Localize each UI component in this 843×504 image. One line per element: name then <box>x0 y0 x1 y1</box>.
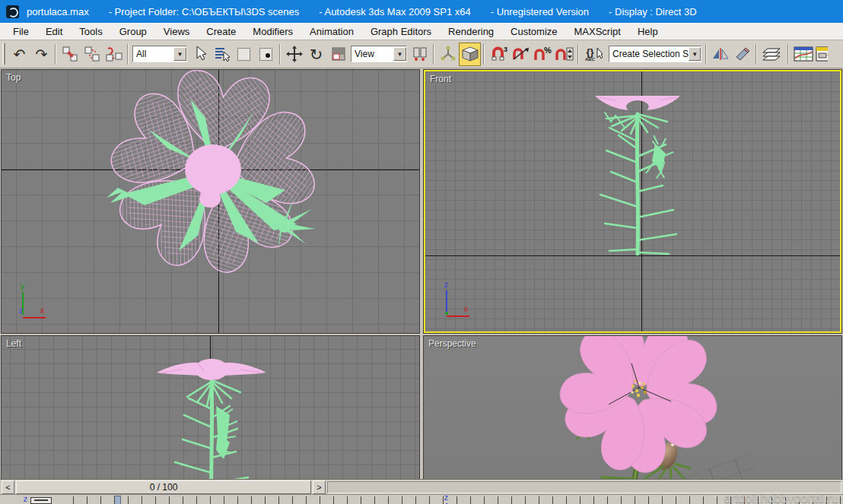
spinner-snap-toggle-button[interactable] <box>553 43 575 66</box>
select-and-link-icon <box>62 46 78 62</box>
named-selection-sets-button[interactable]: {} ABC <box>581 43 607 66</box>
viewport-front[interactable]: Front z x <box>424 70 841 333</box>
snaps-toggle-button[interactable]: 3 <box>487 43 509 66</box>
rectangular-selection-icon <box>237 48 250 61</box>
select-and-move-button[interactable] <box>283 43 305 66</box>
svg-text:x: x <box>463 304 469 314</box>
menu-file[interactable]: File <box>5 24 37 39</box>
cube-icon <box>461 46 479 62</box>
curve-editor-button[interactable] <box>791 43 816 66</box>
title-bar[interactable]: portulaca.max - Project Folder: C:\ОБЪЕК… <box>0 0 843 23</box>
use-center-icon <box>412 46 428 62</box>
svg-text:z: z <box>23 494 28 504</box>
svg-text:z: z <box>18 306 24 315</box>
rectangular-selection-region-button[interactable] <box>233 43 255 66</box>
window-crossing-icon <box>259 48 272 61</box>
previous-frame-button[interactable]: < <box>2 480 14 494</box>
coordinate-system-dropdown[interactable]: View ▼ <box>351 46 407 62</box>
watermark: artdoll.hobbyportal.ru <box>724 494 838 504</box>
title-project-folder: - Project Folder: C:\ОБЪЕКТЫ\3DS scenes <box>109 6 300 17</box>
select-and-rotate-button[interactable]: ↻ <box>305 43 327 66</box>
menu-help[interactable]: Help <box>629 24 666 39</box>
snap-magnet-icon: 3 <box>489 46 507 62</box>
menu-rendering[interactable]: Rendering <box>440 24 502 39</box>
menu-modifiers[interactable]: Modifiers <box>244 24 301 39</box>
angle-snap-toggle-button[interactable] <box>509 43 531 66</box>
svg-text:y: y <box>20 281 25 291</box>
menu-customize[interactable]: Customize <box>502 24 565 39</box>
toolbar-separator <box>433 44 434 65</box>
cursor-icon <box>596 47 603 61</box>
time-slider-groove[interactable] <box>327 481 841 493</box>
toolbar-separator <box>787 44 789 65</box>
toolbar-separator <box>577 44 579 65</box>
window-crossing-toggle-button[interactable] <box>255 43 277 66</box>
next-frame-button[interactable]: > <box>313 480 326 494</box>
track-bar[interactable]: artdoll.hobbyportal.ru <box>0 494 843 504</box>
menu-bar: File Edit Tools Group Views Create Modif… <box>0 23 843 40</box>
redo-button[interactable]: ↷ <box>30 43 52 66</box>
selection-filter-dropdown[interactable]: All ▼ <box>132 46 187 62</box>
mirror-icon <box>711 46 730 62</box>
toolbar-separator <box>756 44 757 65</box>
menu-create[interactable]: Create <box>198 24 244 39</box>
select-by-name-button[interactable] <box>211 43 233 66</box>
3ds-max-window: portulaca.max - Project Folder: C:\ОБЪЕК… <box>0 0 843 504</box>
percent-snap-toggle-button[interactable]: % <box>531 43 553 66</box>
axis-tripod-perspective: z y x <box>434 493 477 504</box>
axis-tripod-front: z x <box>436 280 474 324</box>
title-filename: portulaca.max <box>27 6 89 17</box>
named-sets-icon: {} ABC <box>585 47 595 62</box>
mirror-button[interactable] <box>709 43 731 66</box>
selection-set-dropdown[interactable]: Create Selection Set ▼ <box>609 46 701 62</box>
viewport-top[interactable]: Top <box>2 70 419 333</box>
menu-maxscript[interactable]: MAXScript <box>566 24 629 39</box>
dropdown-arrow-icon[interactable]: ▼ <box>393 47 406 61</box>
svg-text:%: % <box>544 46 552 55</box>
toolbar-separator <box>127 44 129 65</box>
viewport-region: Top <box>0 68 843 479</box>
spinner-snap-icon <box>555 46 574 62</box>
toolbar-separator <box>483 44 485 65</box>
dropdown-arrow-icon[interactable]: ▼ <box>689 47 701 61</box>
unlink-selection-button[interactable] <box>81 43 103 66</box>
viewport-label-perspective[interactable]: Perspective <box>428 338 476 349</box>
undo-button[interactable]: ↶ <box>8 43 30 66</box>
select-and-link-button[interactable] <box>59 43 81 66</box>
toolbar-grip[interactable] <box>2 43 5 65</box>
keyboard-shortcut-override-toggle[interactable] <box>459 43 481 66</box>
menu-tools[interactable]: Tools <box>71 24 110 39</box>
percent-snap-icon: % <box>533 46 552 62</box>
select-and-scale-button[interactable] <box>327 43 349 66</box>
toolbar-separator <box>705 44 707 65</box>
main-toolbar: ↶ ↷ All ▼ ↻ <box>0 40 843 68</box>
unlink-selection-icon <box>84 46 100 62</box>
viewport-label-top[interactable]: Top <box>6 72 21 83</box>
menu-edit[interactable]: Edit <box>37 24 71 39</box>
viewport-label-front[interactable]: Front <box>430 74 451 84</box>
rotate-icon: ↻ <box>310 46 323 62</box>
schematic-view-button[interactable] <box>816 43 828 66</box>
bind-to-space-warp-button[interactable] <box>103 43 125 66</box>
layer-manager-button[interactable] <box>759 43 785 66</box>
menu-group[interactable]: Group <box>111 24 155 39</box>
layers-icon <box>762 46 783 62</box>
toolbar-separator <box>279 44 281 65</box>
viewport-label-left[interactable]: Left <box>6 338 21 349</box>
frame-counter: 0 / 100 <box>150 482 178 493</box>
menu-views[interactable]: Views <box>155 24 198 39</box>
use-pivot-point-center-button[interactable] <box>409 43 431 66</box>
model-top-wireframe <box>61 70 380 289</box>
move-icon <box>286 46 303 62</box>
menu-animation[interactable]: Animation <box>301 24 362 39</box>
align-button[interactable] <box>731 43 753 66</box>
selection-filter-value: All <box>136 49 146 59</box>
axis-tripod-left: z x <box>12 494 53 504</box>
toolbar-separator <box>55 44 56 65</box>
select-object-button[interactable] <box>189 43 211 66</box>
menu-graph-editors[interactable]: Graph Editors <box>362 24 440 39</box>
title-license: - Unregistered Version <box>491 6 589 17</box>
time-slider-button[interactable]: 0 / 100 <box>16 480 311 494</box>
select-and-manipulate-button[interactable] <box>437 43 459 66</box>
dropdown-arrow-icon[interactable]: ▼ <box>173 47 186 61</box>
